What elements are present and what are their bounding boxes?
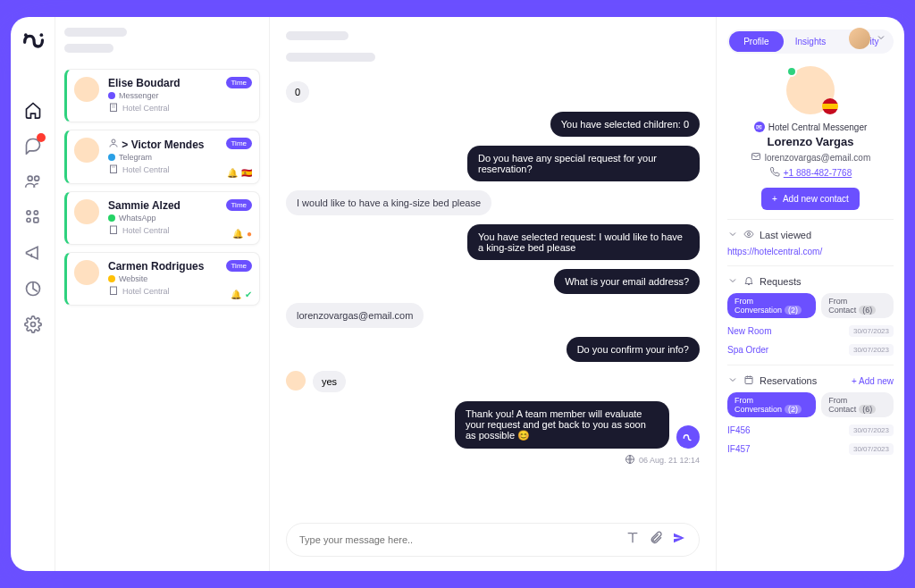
channel-dot-icon — [108, 154, 115, 161]
bot-icon — [676, 425, 700, 449]
message-bot: You have selected children: 0 — [550, 112, 700, 137]
sidebar-nav — [11, 17, 55, 571]
svg-rect-14 — [111, 287, 117, 295]
add-reservation-link[interactable]: + Add new — [852, 376, 894, 386]
reservation-item[interactable]: IF457 — [727, 444, 751, 454]
svg-point-3 — [34, 176, 38, 181]
message-user: 0 — [286, 81, 309, 103]
conversation-card[interactable]: Elise Boudard Messenger Hotel Central Ti… — [64, 69, 260, 122]
nav-home-icon[interactable] — [24, 101, 42, 119]
send-icon[interactable] — [672, 531, 686, 549]
svg-rect-13 — [111, 226, 117, 234]
profile-avatar — [786, 66, 835, 114]
building-icon — [108, 285, 119, 298]
channel-dot-icon — [108, 214, 115, 222]
nav-analytics-icon[interactable] — [24, 280, 42, 298]
bell-icon — [743, 275, 754, 288]
message-bot: Do you have any special request for your… — [467, 146, 700, 181]
svg-rect-18 — [745, 377, 752, 384]
skeleton-line — [64, 28, 127, 37]
message-bot: Do you confirm your info? — [567, 337, 700, 362]
message-timestamp: 06 Aug. 21 12:14 — [625, 454, 700, 466]
calendar-icon — [743, 374, 754, 387]
avatar — [74, 199, 99, 224]
status-dot-icon — [786, 66, 797, 77]
bell-icon: 🔔 — [231, 290, 241, 299]
profile-panel: Profile Insights Activity ✉Hotel Central… — [717, 17, 904, 571]
message-input-container — [286, 523, 700, 557]
message-bot: What is your email address? — [554, 269, 700, 294]
time-badge: Time — [226, 199, 252, 211]
profile-source: ✉Hotel Central Messenger — [727, 122, 894, 132]
request-date: 30/07/2023 — [849, 344, 894, 356]
nav-apps-icon[interactable] — [24, 208, 42, 226]
message-user: yes — [313, 371, 346, 392]
pill-from-contact[interactable]: From Contact(6) — [821, 293, 894, 318]
svg-rect-7 — [33, 218, 38, 223]
email-icon — [751, 151, 761, 164]
conversation-card[interactable]: Carmen Rodrigues Website Hotel Central T… — [64, 252, 260, 306]
building-icon — [108, 164, 119, 176]
nav-broadcast-icon[interactable] — [24, 244, 42, 262]
chevron-down-icon[interactable] — [876, 30, 886, 46]
building-icon — [108, 102, 119, 114]
svg-point-5 — [34, 211, 38, 214]
svg-point-2 — [28, 176, 32, 181]
section-label: Last viewed — [760, 230, 811, 240]
tab-insights[interactable]: Insights — [784, 31, 838, 52]
request-item[interactable]: New Room — [727, 326, 771, 336]
profile-phone[interactable]: +1 888-482-7768 — [727, 166, 894, 179]
svg-point-9 — [30, 323, 35, 327]
channel-dot-icon — [108, 92, 115, 99]
message-input[interactable] — [299, 534, 617, 545]
phone-icon — [769, 166, 780, 179]
section-label: Reservations — [760, 375, 817, 386]
svg-point-4 — [26, 211, 29, 214]
attachment-icon[interactable] — [649, 531, 663, 549]
conversation-list: Elise Boudard Messenger Hotel Central Ti… — [55, 17, 270, 571]
profile-email: lorenzovargas@email.com — [727, 151, 894, 164]
building-icon — [108, 224, 119, 237]
profile-name: Lorenzo Vargas — [727, 135, 894, 148]
time-badge: Time — [226, 138, 252, 149]
messenger-icon: ✉ — [754, 122, 765, 132]
tab-profile[interactable]: Profile — [729, 31, 784, 52]
add-contact-button[interactable]: +Add new contact — [761, 188, 860, 210]
pill-from-conversation[interactable]: From Conversation(2) — [727, 392, 816, 417]
plus-icon: + — [772, 194, 777, 204]
conversation-card[interactable]: > Victor Mendes Telegram Hotel Central T… — [64, 130, 260, 184]
last-viewed-url[interactable]: https://hotelcentral.com/ — [727, 247, 894, 256]
conversation-card[interactable]: Sammie Alzed WhatsApp Hotel Central Time… — [64, 191, 260, 245]
app-logo — [21, 28, 46, 56]
time-badge: Time — [226, 77, 252, 88]
user-icon — [108, 139, 119, 151]
avatar — [74, 138, 99, 163]
reservation-item[interactable]: IF456 — [727, 425, 751, 435]
request-item[interactable]: Spa Order — [727, 345, 768, 355]
skeleton-line — [64, 44, 113, 53]
alert-icon: ● — [247, 229, 252, 239]
message-user: lorenzovargas@email.com — [286, 303, 424, 328]
pill-from-conversation[interactable]: From Conversation(2) — [727, 293, 816, 318]
eye-icon — [743, 229, 754, 241]
avatar — [74, 260, 99, 285]
message-bot: You have selected request: I would like … — [467, 224, 700, 260]
svg-rect-10 — [111, 104, 117, 112]
flag-icon: 🇪🇸 — [241, 168, 252, 178]
nav-messages-icon[interactable] — [24, 137, 42, 155]
svg-point-1 — [39, 33, 43, 37]
user-avatar[interactable] — [849, 28, 870, 49]
chevron-down-icon — [727, 275, 738, 288]
bell-icon: 🔔 — [232, 229, 243, 239]
nav-settings-icon[interactable] — [24, 315, 42, 333]
bell-icon: 🔔 — [227, 168, 238, 178]
message-avatar — [286, 371, 306, 391]
nav-contacts-icon[interactable] — [24, 172, 42, 190]
time-badge: Time — [226, 260, 252, 272]
reservation-date: 30/07/2023 — [849, 424, 894, 436]
message-bot: Thank you! A team member will evaluate y… — [455, 401, 669, 449]
pill-from-contact[interactable]: From Contact(6) — [821, 392, 894, 417]
svg-point-11 — [112, 139, 115, 143]
book-icon[interactable] — [625, 531, 640, 549]
chat-panel: 0 You have selected children: 0 Do you h… — [270, 17, 717, 571]
